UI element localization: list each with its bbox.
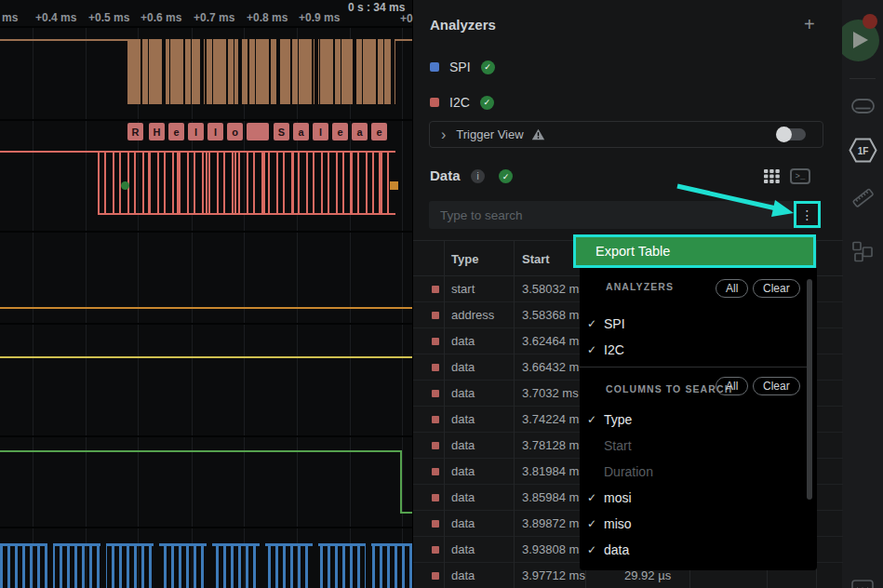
row-separator	[0, 435, 412, 437]
menu-item-mosi[interactable]: ✓mosi	[580, 485, 803, 511]
recording-dot	[863, 14, 877, 29]
ruler-tick: +0.5 ms	[88, 11, 129, 24]
menu-item-duration[interactable]: Duration	[580, 459, 803, 485]
decoded-byte-annotation: l	[188, 123, 204, 140]
analyzer-color-swatch	[430, 62, 439, 72]
analyzer-color-dot	[432, 546, 439, 554]
packet-end-marker	[390, 181, 398, 190]
cell-type: address	[451, 308, 494, 322]
check-icon: ✓	[587, 317, 604, 330]
decoded-byte-annotation: e	[371, 123, 387, 140]
step-badge-button[interactable]: 1F	[842, 138, 883, 163]
check-badge: ✓	[499, 169, 513, 183]
menu-item-label: I2C	[604, 342, 624, 357]
analyzer-color-dot	[432, 390, 439, 397]
row-separator	[0, 323, 412, 325]
menu-section-header: ANALYZERS	[606, 281, 674, 292]
measure-button[interactable]	[842, 185, 883, 210]
analyzer-color-dot	[432, 286, 439, 293]
cell-type: data	[451, 386, 475, 400]
keyboard-shortcuts-button[interactable]	[842, 579, 883, 588]
analyzer-item-i2c[interactable]: I2C✓	[430, 91, 494, 114]
cell-type: data	[451, 334, 475, 348]
add-analyzer-button[interactable]: +	[798, 13, 821, 36]
table-options-button[interactable]: ⋮	[794, 201, 821, 228]
analyzer-item-spi[interactable]: SPI✓	[430, 56, 495, 78]
device-icon	[850, 96, 876, 116]
cell-start: 3.7032 ms	[522, 386, 579, 400]
check-badge: ✓	[480, 96, 494, 110]
info-icon[interactable]: i	[471, 169, 485, 183]
decoded-byte-annotation: l	[313, 123, 328, 140]
analyzer-color-dot	[432, 442, 439, 449]
clear-button[interactable]: Clear	[753, 377, 800, 395]
cell-start: 3.81984 ms	[522, 464, 585, 478]
row-separator	[0, 119, 412, 121]
cell-start: 3.89872 ms	[522, 516, 585, 530]
decoded-byte-annotation: o	[227, 123, 243, 140]
hexagon-step-icon: 1F	[849, 138, 877, 163]
search-input[interactable]	[429, 201, 821, 229]
column-header-start[interactable]: Start	[522, 252, 550, 266]
cell-start: 3.58368 ms	[522, 308, 585, 322]
decoded-byte-annotation: e	[332, 123, 348, 140]
export-table-button[interactable]: Export Table	[576, 237, 813, 265]
menu-item-miso[interactable]: ✓miso	[580, 511, 803, 537]
menu-item-label: data	[604, 542, 629, 557]
analyzer-color-dot	[432, 572, 439, 580]
analyzer-color-dot	[432, 468, 439, 475]
check-icon: ✓	[587, 543, 604, 556]
analyzer-color-dot	[432, 364, 439, 371]
ruler-tick: +0.9 ms	[299, 11, 340, 24]
trigger-view-row[interactable]: › Trigger View	[429, 121, 823, 148]
analyzer-color-dot	[432, 520, 439, 528]
device-settings-button[interactable]	[842, 95, 883, 117]
cell-type: data	[451, 568, 475, 582]
decoded-byte-annotation: a	[293, 123, 309, 140]
check-icon: ✓	[587, 491, 604, 504]
extensions-button[interactable]	[842, 240, 883, 263]
menu-item-label: miso	[604, 516, 632, 531]
analyzer-color-swatch	[430, 98, 439, 107]
ruler-icon	[850, 185, 876, 210]
channel-yellow-flat-line	[0, 356, 412, 358]
terminal-view-icon[interactable]: >_	[790, 168, 810, 184]
select-all-button[interactable]: All	[716, 377, 748, 395]
menu-item-label: SPI	[604, 316, 625, 331]
ruler-tick: +0.7 ms	[194, 11, 234, 24]
table-view-icon[interactable]	[763, 168, 781, 184]
decoded-byte-annotation	[247, 123, 269, 140]
menu-item-type[interactable]: ✓Type	[580, 407, 803, 433]
menu-item-start[interactable]: Start	[580, 433, 803, 459]
ruler-tick: +0.4 ms	[35, 11, 76, 24]
keyboard-icon	[850, 579, 875, 588]
trigger-view-toggle[interactable]	[778, 128, 806, 140]
cell-type: data	[451, 516, 475, 530]
cell-start: 3.66432 ms	[522, 360, 585, 374]
select-all-button[interactable]: All	[716, 279, 748, 298]
ruler-tick: +0.8 ms	[247, 11, 288, 24]
export-highlight-box: Export Table	[573, 234, 816, 268]
row-separator	[0, 231, 412, 233]
data-section-title: Data	[430, 167, 461, 183]
menu-divider	[580, 367, 809, 368]
cell-start: 3.78128 ms	[522, 438, 585, 452]
clear-button[interactable]: Clear	[753, 279, 800, 298]
cell-type: start	[451, 282, 475, 296]
icon-rail: 1F	[842, 0, 883, 588]
cell-type: data	[451, 490, 475, 504]
menu-item-spi[interactable]: ✓SPI	[580, 311, 803, 337]
toggle-knob	[776, 127, 792, 142]
row-separator	[0, 26, 412, 28]
decoded-byte-annotation: S	[274, 123, 289, 140]
channel-sda-data-burst	[127, 39, 395, 104]
waveform-area[interactable]: ms+0.4 ms+0.5 ms+0.6 ms+0.7 ms+0.8 ms+0.…	[0, 0, 412, 588]
ruler-tick: +0.6 ms	[140, 11, 181, 24]
timeline-position-label: 0 s : 34 ms	[348, 1, 405, 14]
column-header-type[interactable]: Type	[451, 252, 478, 266]
menu-item-data[interactable]: ✓data	[580, 537, 803, 563]
menu-item-i2c[interactable]: ✓I2C	[580, 337, 803, 363]
menu-scrollbar[interactable]	[807, 279, 812, 500]
analyzer-label: I2C	[449, 95, 470, 110]
channel-spi-clock	[0, 543, 412, 588]
